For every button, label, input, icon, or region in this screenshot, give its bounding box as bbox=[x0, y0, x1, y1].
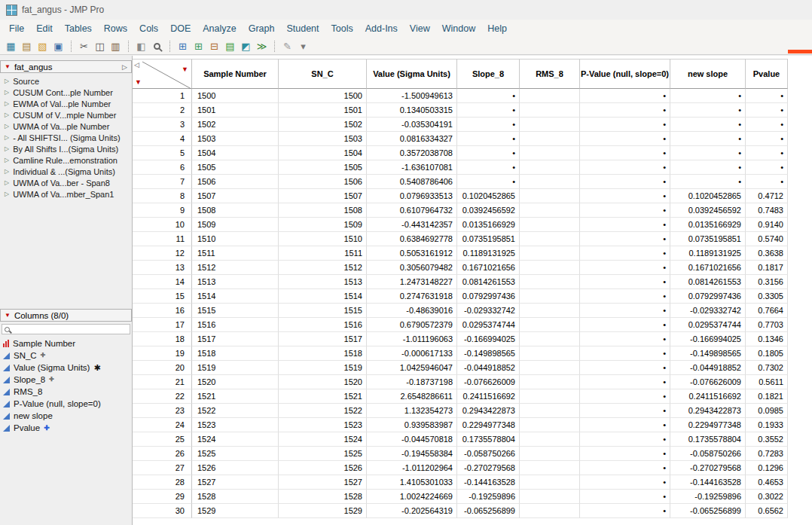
cell[interactable]: • bbox=[580, 332, 670, 346]
cell[interactable]: -0.144163528 bbox=[457, 475, 520, 490]
cell[interactable]: -0.065256899 bbox=[457, 504, 520, 518]
cell[interactable]: • bbox=[580, 103, 670, 118]
red-triangle-menu-icon[interactable]: ▼ bbox=[5, 313, 11, 319]
cell[interactable]: 0.3638 bbox=[746, 246, 788, 261]
cell[interactable]: 1525 bbox=[192, 447, 279, 461]
cell[interactable]: 0.0792997436 bbox=[670, 289, 746, 304]
cell[interactable]: 0.7302 bbox=[746, 361, 788, 375]
row-number[interactable]: 24 bbox=[133, 418, 192, 432]
cell[interactable]: • bbox=[580, 404, 670, 418]
cell[interactable]: • bbox=[580, 447, 670, 461]
script-item-source[interactable]: ▷Source bbox=[0, 75, 132, 87]
cell[interactable]: -0.443142357 bbox=[367, 218, 457, 232]
row-number[interactable]: 22 bbox=[133, 389, 192, 404]
script-item-cusum-of-v-mple-number[interactable]: ▷CUSUM of V...mple Number bbox=[0, 109, 132, 121]
cell[interactable]: -0.029332742 bbox=[457, 304, 520, 318]
row-number[interactable]: 20 bbox=[133, 361, 192, 375]
cell[interactable]: 1501 bbox=[279, 103, 367, 118]
column-item-p-value-null-slope-0[interactable]: P-Value (null, slope=0) bbox=[0, 398, 132, 410]
cell[interactable]: • bbox=[580, 189, 670, 203]
cell[interactable]: 0.6562 bbox=[746, 504, 788, 518]
menu-analyze[interactable]: Analyze bbox=[197, 21, 242, 36]
cell[interactable]: 0.1933 bbox=[746, 418, 788, 432]
cell[interactable]: 1510 bbox=[279, 232, 367, 246]
menu-add-ins[interactable]: Add-Ins bbox=[359, 21, 404, 36]
cell[interactable]: 1523 bbox=[279, 418, 367, 432]
menu-student[interactable]: Student bbox=[280, 21, 325, 36]
cell[interactable]: 0.6790572379 bbox=[367, 318, 457, 332]
cell[interactable]: -0.19259896 bbox=[457, 490, 520, 504]
cell[interactable]: 1.0024224669 bbox=[367, 490, 457, 504]
cell[interactable] bbox=[520, 232, 580, 246]
row-number[interactable]: 15 bbox=[133, 289, 192, 304]
row-number[interactable]: 12 bbox=[133, 246, 192, 261]
cell[interactable]: 0.3056079482 bbox=[367, 261, 457, 275]
script-item-by-all-shifts-i-sigma-units[interactable]: ▷By All Shifts I...(Sigma Units) bbox=[0, 143, 132, 154]
row-number[interactable]: 8 bbox=[133, 189, 192, 203]
row-number[interactable]: 30 bbox=[133, 504, 192, 518]
cell[interactable]: 0.1821 bbox=[746, 389, 788, 404]
script-item-camline-rule-emonstration[interactable]: ▷Camline Rule...emonstration bbox=[0, 154, 132, 166]
red-triangle-menu-icon[interactable]: ▼ bbox=[5, 64, 11, 70]
cell[interactable] bbox=[520, 189, 580, 203]
cell[interactable] bbox=[520, 389, 580, 404]
new-data-table-icon[interactable]: ▦ bbox=[4, 39, 18, 53]
cell[interactable]: 1509 bbox=[192, 218, 279, 232]
cell[interactable]: • bbox=[457, 103, 520, 118]
row-number[interactable]: 13 bbox=[133, 261, 192, 275]
menu-view[interactable]: View bbox=[404, 21, 436, 36]
cell[interactable]: 1513 bbox=[279, 275, 367, 289]
column-header-pvalue[interactable]: Pvalue bbox=[746, 59, 788, 89]
cell[interactable]: 0.1020452865 bbox=[670, 189, 746, 203]
cell[interactable]: • bbox=[457, 175, 520, 189]
cell[interactable]: 0.7664 bbox=[746, 304, 788, 318]
cell[interactable]: 1.2473148227 bbox=[367, 275, 457, 289]
cell[interactable]: 0.0816334327 bbox=[367, 132, 457, 146]
cell[interactable]: 1516 bbox=[279, 318, 367, 332]
cell[interactable]: 0.1817 bbox=[746, 261, 788, 275]
run-script-icon[interactable]: ▷ bbox=[5, 78, 9, 84]
column-item-value-sigma-units[interactable]: Value (Sigma Units)✱ bbox=[0, 362, 132, 374]
row-number[interactable]: 11 bbox=[133, 232, 192, 246]
collapse-sidebar-icon[interactable]: ◁ bbox=[134, 62, 139, 69]
cell[interactable]: -0.48639016 bbox=[367, 304, 457, 318]
cell[interactable]: • bbox=[670, 132, 746, 146]
cell[interactable]: 0.0135166929 bbox=[670, 218, 746, 232]
summary-table-icon[interactable]: ⊞ bbox=[191, 39, 206, 53]
run-script-icon[interactable]: ▷ bbox=[5, 146, 9, 152]
cell[interactable]: 1510 bbox=[192, 232, 279, 246]
cell[interactable]: • bbox=[670, 175, 746, 189]
run-script-icon[interactable]: ▷ bbox=[5, 180, 9, 186]
cell[interactable]: 1518 bbox=[192, 346, 279, 361]
cell[interactable]: • bbox=[580, 89, 670, 103]
cell[interactable]: 0.2411516692 bbox=[457, 389, 520, 404]
cell[interactable]: 0.2294977348 bbox=[457, 418, 520, 432]
cell[interactable]: 0.5611 bbox=[746, 375, 788, 389]
cell[interactable] bbox=[520, 118, 580, 132]
cell[interactable]: 0.1671021656 bbox=[457, 261, 520, 275]
cell[interactable]: • bbox=[580, 432, 670, 447]
run-script-icon[interactable]: ▷ bbox=[5, 124, 9, 130]
cell[interactable] bbox=[520, 203, 580, 218]
cell[interactable]: • bbox=[580, 118, 670, 132]
column-search[interactable] bbox=[2, 324, 130, 334]
cell[interactable] bbox=[520, 504, 580, 518]
row-number[interactable]: 23 bbox=[133, 404, 192, 418]
cell[interactable]: • bbox=[746, 160, 788, 175]
cell[interactable]: 1524 bbox=[279, 432, 367, 447]
column-item-new-slope[interactable]: new slope bbox=[0, 410, 132, 422]
cell[interactable]: • bbox=[746, 103, 788, 118]
cell[interactable]: • bbox=[580, 490, 670, 504]
cell[interactable]: • bbox=[580, 361, 670, 375]
cell[interactable]: 0.0792997436 bbox=[457, 289, 520, 304]
save-icon[interactable]: ▣ bbox=[51, 39, 66, 53]
cell[interactable]: 1525 bbox=[279, 447, 367, 461]
cell[interactable]: • bbox=[580, 346, 670, 361]
cell[interactable]: 1508 bbox=[279, 203, 367, 218]
row-number[interactable]: 10 bbox=[133, 218, 192, 232]
cell[interactable]: 0.7483 bbox=[746, 203, 788, 218]
cell[interactable]: -0.044918852 bbox=[457, 361, 520, 375]
row-number[interactable]: 9 bbox=[133, 203, 192, 218]
cell[interactable] bbox=[520, 132, 580, 146]
run-script-icon[interactable]: ▷ bbox=[5, 157, 9, 163]
